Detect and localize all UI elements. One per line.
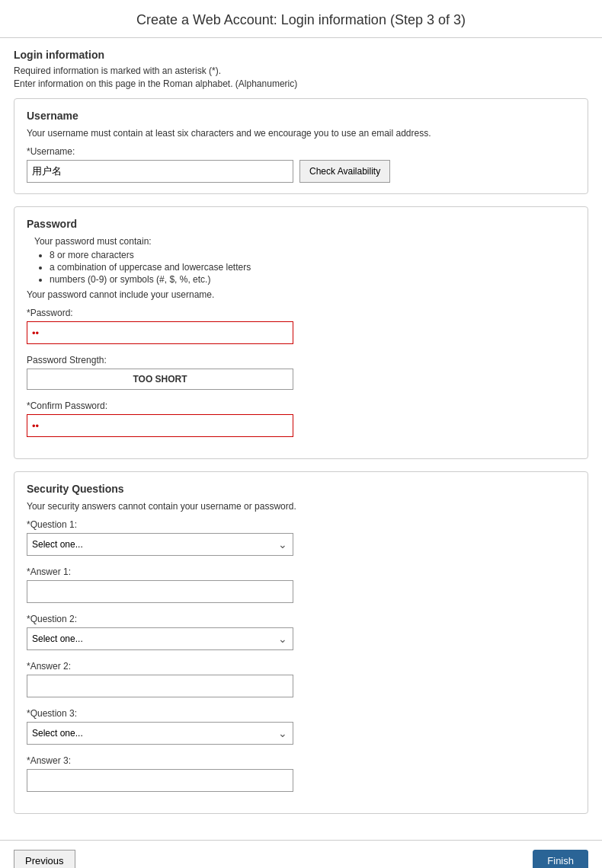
security-card-title: Security Questions [27, 483, 575, 495]
page-title: Create a Web Account: Login information … [0, 0, 602, 38]
password-card-title: Password [27, 218, 575, 230]
security-card-desc: Your security answers cannot contain you… [27, 501, 575, 512]
username-card: Username Your username must contain at l… [14, 98, 588, 194]
strength-label: Password Strength: [27, 355, 575, 365]
answer2-input[interactable] [27, 675, 293, 697]
previous-button[interactable]: Previous [14, 850, 75, 868]
username-card-desc: Your username must contain at least six … [27, 128, 575, 139]
question1-select-wrapper: Select one... ⌄ [27, 533, 293, 556]
password-input[interactable] [27, 321, 293, 344]
check-availability-button[interactable]: Check Availability [299, 160, 390, 183]
answer1-input[interactable] [27, 580, 293, 603]
password-rule-2: a combination of uppercase and lowercase… [50, 262, 575, 273]
question1-select[interactable]: Select one... [27, 533, 293, 556]
question2-field-group: *Question 2: Select one... ⌄ [27, 614, 575, 650]
answer2-label: *Answer 2: [27, 661, 575, 672]
username-label: *Username: [27, 146, 575, 157]
question2-select-wrapper: Select one... ⌄ [27, 627, 293, 650]
answer3-field-group: *Answer 3: [27, 755, 575, 792]
login-info-heading: Login information [14, 49, 588, 61]
password-card: Password Your password must contain: 8 o… [14, 206, 588, 459]
confirm-password-label: *Confirm Password: [27, 400, 575, 411]
password-strength-bar: TOO SHORT [27, 369, 293, 390]
question2-label: *Question 2: [27, 614, 575, 624]
question3-select[interactable]: Select one... [27, 722, 293, 745]
required-note: Required information is marked with an a… [14, 65, 588, 76]
password-rule-intro: Your password must contain: [34, 236, 152, 247]
confirm-field-group: *Confirm Password: [27, 400, 575, 437]
question1-field-group: *Question 1: Select one... ⌄ [27, 519, 575, 556]
answer2-field-group: *Answer 2: [27, 661, 575, 697]
question1-label: *Question 1: [27, 519, 575, 530]
finish-button[interactable]: Finish [533, 850, 588, 868]
username-row: Check Availability [27, 160, 575, 183]
password-rule-1: 8 or more characters [50, 250, 575, 260]
answer1-label: *Answer 1: [27, 566, 575, 577]
username-input[interactable] [27, 160, 293, 183]
password-field-group: *Password: [27, 308, 575, 344]
password-rule-3: numbers (0-9) or symbols (#, $, %, etc.) [50, 274, 575, 285]
password-cannot-note: Your password cannot include your userna… [27, 289, 575, 300]
question3-field-group: *Question 3: Select one... ⌄ [27, 708, 575, 745]
password-label: *Password: [27, 308, 575, 318]
question3-select-wrapper: Select one... ⌄ [27, 722, 293, 745]
username-card-title: Username [27, 110, 575, 122]
question2-select[interactable]: Select one... [27, 627, 293, 650]
strength-field-group: Password Strength: TOO SHORT [27, 355, 575, 390]
security-questions-card: Security Questions Your security answers… [14, 471, 588, 814]
answer1-field-group: *Answer 1: [27, 566, 575, 603]
password-rules: Your password must contain: 8 or more ch… [27, 236, 575, 285]
confirm-password-input[interactable] [27, 414, 293, 437]
roman-note: Enter information on this page in the Ro… [14, 78, 588, 89]
bottom-navigation: Previous Finish [0, 840, 602, 868]
question3-label: *Question 3: [27, 708, 575, 719]
answer3-input[interactable] [27, 769, 293, 792]
answer3-label: *Answer 3: [27, 755, 575, 766]
